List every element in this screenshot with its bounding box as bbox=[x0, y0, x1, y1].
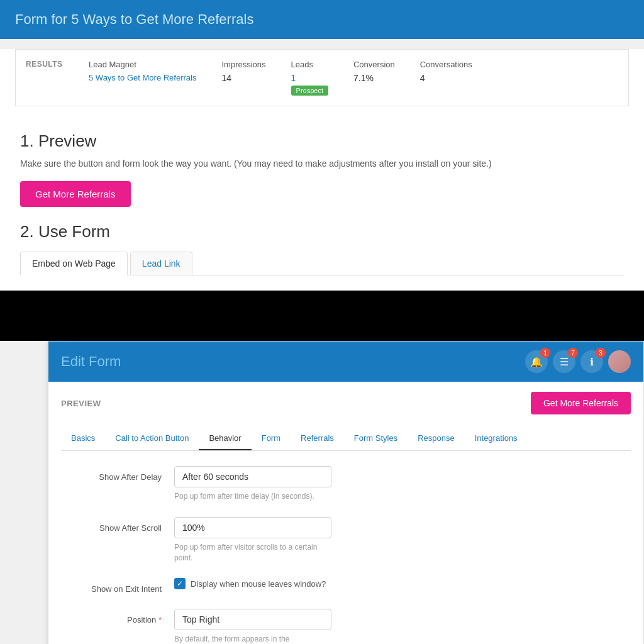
info-icon: ℹ bbox=[590, 356, 594, 368]
use-form-section: 2. Use Form Embed on Web Page Lead Link bbox=[0, 222, 644, 291]
conversations-value: 4 bbox=[420, 73, 472, 83]
tab-form[interactable]: Form bbox=[252, 427, 291, 450]
show-after-scroll-label: Show After Scroll bbox=[61, 517, 174, 533]
list-icon: ☰ bbox=[560, 356, 569, 368]
tab-basics[interactable]: Basics bbox=[61, 427, 105, 450]
conversion-header: Conversion bbox=[353, 60, 395, 69]
tab-embed-on-web-page[interactable]: Embed on Web Page bbox=[20, 252, 128, 275]
show-on-exit-intent-content: ✓ Display when mouse leaves window? bbox=[174, 578, 631, 589]
top-header: Form for 5 Ways to Get More Referrals bbox=[0, 0, 644, 39]
position-content: By default, the form appears in the bbox=[174, 609, 631, 644]
user-avatar[interactable] bbox=[608, 350, 631, 373]
inner-tabs-row: Basics Call to Action Button Behavior Fo… bbox=[61, 427, 631, 451]
show-after-delay-hint: Pop up form after time delay (in seconds… bbox=[174, 491, 331, 502]
show-after-scroll-row: Show After Scroll Pop up form after visi… bbox=[61, 517, 631, 564]
info-icon-button[interactable]: ℹ 3 bbox=[580, 350, 603, 373]
prospect-badge: Prospect bbox=[291, 86, 328, 96]
show-after-scroll-input[interactable] bbox=[174, 517, 331, 538]
results-col-impressions: Impressions 14 bbox=[221, 60, 265, 83]
edit-form-body: PREVIEW Get More Referrals Basics Call t… bbox=[48, 382, 643, 644]
tab-referrals[interactable]: Referrals bbox=[291, 427, 344, 450]
show-after-delay-content: Pop up form after time delay (in seconds… bbox=[174, 466, 631, 502]
edit-form-preview-row: PREVIEW Get More Referrals bbox=[61, 392, 631, 414]
position-row: Position * By default, the form appears … bbox=[61, 609, 631, 644]
results-col-conversion: Conversion 7.1% bbox=[353, 60, 395, 83]
results-col-lead-magnet: Lead Magnet 5 Ways to Get More Referrals bbox=[89, 60, 196, 82]
tab-behavior[interactable]: Behavior bbox=[199, 427, 251, 450]
exit-intent-checkbox[interactable]: ✓ bbox=[174, 578, 186, 589]
info-badge: 3 bbox=[596, 348, 606, 358]
position-required-mark: * bbox=[158, 615, 162, 625]
results-col-leads: Leads 1 Prospect bbox=[291, 60, 328, 96]
leads-header: Leads bbox=[291, 60, 328, 69]
position-input[interactable] bbox=[174, 609, 331, 630]
bell-icon: 🔔 bbox=[530, 356, 543, 368]
tab-response[interactable]: Response bbox=[408, 427, 465, 450]
edit-form-header: Edit Form 🔔 1 ☰ 7 ℹ 3 bbox=[48, 341, 643, 382]
main-content: RESULTS Lead Magnet 5 Ways to Get More R… bbox=[0, 49, 644, 291]
exit-intent-checkbox-label: Display when mouse leaves window? bbox=[191, 579, 326, 589]
bell-icon-button[interactable]: 🔔 1 bbox=[525, 350, 548, 373]
conversion-value: 7.1% bbox=[353, 73, 395, 83]
bell-badge: 1 bbox=[540, 348, 550, 358]
show-after-delay-row: Show After Delay Pop up form after time … bbox=[61, 466, 631, 502]
edit-form-panel: Edit Form 🔔 1 ☰ 7 ℹ 3 P bbox=[48, 341, 644, 644]
preview-get-more-button[interactable]: Get More Referrals bbox=[20, 181, 131, 207]
use-form-title: 2. Use Form bbox=[20, 222, 624, 242]
edit-form-preview-button[interactable]: Get More Referrals bbox=[531, 392, 631, 414]
preview-description: Make sure the button and form look the w… bbox=[20, 158, 624, 169]
lead-magnet-header: Lead Magnet bbox=[89, 60, 196, 69]
preview-title: 1. Preview bbox=[20, 131, 624, 151]
header-icons: 🔔 1 ☰ 7 ℹ 3 bbox=[525, 350, 631, 373]
position-hint: By default, the form appears in the bbox=[174, 634, 331, 644]
tab-call-to-action-button[interactable]: Call to Action Button bbox=[105, 427, 199, 450]
show-after-scroll-content: Pop up form after visitor scrolls to a c… bbox=[174, 517, 631, 564]
page-title: Form for 5 Ways to Get More Referrals bbox=[15, 11, 629, 28]
leads-value[interactable]: 1 bbox=[291, 73, 328, 83]
impressions-header: Impressions bbox=[221, 60, 265, 69]
list-icon-button[interactable]: ☰ 7 bbox=[553, 350, 575, 373]
tab-integrations[interactable]: Integrations bbox=[465, 427, 528, 450]
show-after-scroll-hint: Pop up form after visitor scrolls to a c… bbox=[174, 542, 331, 564]
edit-form-title: Edit Form bbox=[61, 353, 121, 370]
black-panel bbox=[0, 291, 644, 341]
tab-lead-link[interactable]: Lead Link bbox=[130, 252, 192, 275]
embed-tabs-row: Embed on Web Page Lead Link bbox=[20, 252, 624, 275]
list-badge: 7 bbox=[568, 348, 578, 358]
results-label: RESULTS bbox=[26, 60, 64, 69]
show-on-exit-intent-label: Show on Exit Intent bbox=[61, 578, 174, 594]
results-bar: RESULTS Lead Magnet 5 Ways to Get More R… bbox=[15, 49, 629, 106]
exit-intent-checkbox-row: ✓ Display when mouse leaves window? bbox=[174, 578, 631, 589]
lead-magnet-link[interactable]: 5 Ways to Get More Referrals bbox=[89, 73, 196, 82]
show-after-delay-input[interactable] bbox=[174, 466, 331, 487]
overlay-container: Edit Form 🔔 1 ☰ 7 ℹ 3 P bbox=[0, 291, 644, 644]
show-after-delay-label: Show After Delay bbox=[61, 466, 174, 482]
edit-form-preview-label: PREVIEW bbox=[61, 399, 101, 408]
results-col-conversations: Conversations 4 bbox=[420, 60, 472, 83]
preview-section: 1. Preview Make sure the button and form… bbox=[0, 116, 644, 222]
position-label: Position * bbox=[61, 609, 174, 625]
impressions-value: 14 bbox=[221, 73, 265, 83]
show-on-exit-intent-row: Show on Exit Intent ✓ Display when mouse… bbox=[61, 578, 631, 594]
tab-form-styles[interactable]: Form Styles bbox=[344, 427, 408, 450]
conversations-header: Conversations bbox=[420, 60, 472, 69]
